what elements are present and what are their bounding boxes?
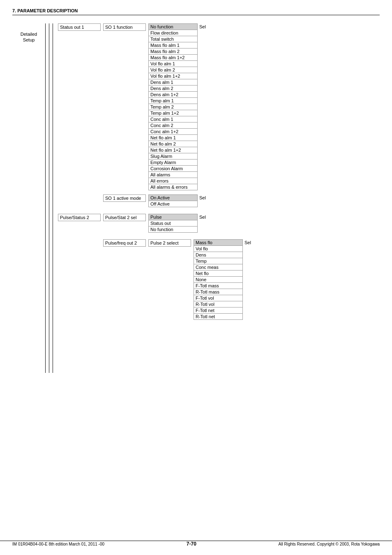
opt-net-flo-alm-2[interactable]: Net flo alm 2 xyxy=(148,141,198,147)
opt-conc-meas[interactable]: Conc meas xyxy=(194,264,243,271)
opt-status-out[interactable]: Status out xyxy=(148,220,198,227)
opt-empty-alarm[interactable]: Empty Alarm xyxy=(148,160,198,166)
content-area: Status out 1 SO 1 function No function F… xyxy=(56,23,380,373)
opt-r-totl-net[interactable]: R-Totl net xyxy=(194,314,243,320)
options-so1-function: No function Flow direction Total switch … xyxy=(148,23,198,190)
footer-right: All Rights Reserved. Copyright © 2003, R… xyxy=(279,542,380,546)
page: 7. PARAMETER DESCRIPTION Detailed Setup … xyxy=(0,0,392,555)
label-pulse-freq-out-2: Pulse/freq out 2 xyxy=(103,239,146,247)
opt-conc-alm-1[interactable]: Conc alm 1 xyxy=(148,116,198,123)
options-so1-active: On Active Off Active xyxy=(148,194,198,207)
sel-so1-active: Sel xyxy=(198,194,210,200)
opt-vol-flo-alm-1[interactable]: Vol flo alm 1 xyxy=(148,61,198,67)
opt-all-errors[interactable]: All errors xyxy=(148,178,198,184)
level3-pulse-2-select: Pulse 2 select xyxy=(148,239,194,247)
sel-so1-function: Sel xyxy=(198,23,210,29)
options-pulse-2-select: Mass flo Vol flo Dens Temp Conc meas Net… xyxy=(194,239,243,320)
label-pulse-status-2: Pulse/Status 2 xyxy=(58,214,101,221)
opt-temp[interactable]: Temp xyxy=(194,258,243,264)
sel-label-1: Sel xyxy=(199,24,206,29)
opt-f-totl-mass[interactable]: F-Totl mass xyxy=(194,283,243,289)
opt-no-function[interactable]: No function xyxy=(148,227,198,233)
sel-pulse-stat: Sel xyxy=(198,214,210,220)
label-pulse-2-select: Pulse 2 select xyxy=(148,239,191,247)
opt-slug-alarm[interactable]: Slug Alarm xyxy=(148,153,198,160)
level2-pulse-stat-2-sel: Pulse/Stat 2 sel xyxy=(103,214,148,221)
section-pulse-freq-out-2: Pulse/freq out 2 Pulse 2 select Mass flo… xyxy=(58,239,380,320)
opt-vol-flo[interactable]: Vol flo xyxy=(194,246,243,252)
opt-vol-flo-alm-12[interactable]: Vol flo alm 1+2 xyxy=(148,73,198,79)
opt-dens[interactable]: Dens xyxy=(194,252,243,258)
sel-label-4: Sel xyxy=(244,240,251,245)
label-setup: Setup xyxy=(23,37,35,42)
opt-temp-alm-2[interactable]: Temp alm 2 xyxy=(148,104,198,110)
opt-none[interactable]: None xyxy=(194,277,243,283)
opt-pulse[interactable]: Pulse xyxy=(148,214,198,220)
opt-r-totl-mass[interactable]: R-Totl mass xyxy=(194,289,243,295)
opt-dens-alm-2[interactable]: Dens alm 2 xyxy=(148,86,198,92)
label-detailed: Detailed xyxy=(21,32,37,37)
opt-temp-alm-12[interactable]: Temp alm 1+2 xyxy=(148,110,198,116)
level2-so1-function: SO 1 function xyxy=(103,23,148,31)
opt-flow-direction[interactable]: Flow direction xyxy=(148,30,198,36)
section-so1-active-mode: SO 1 active mode On Active Off Active Se… xyxy=(58,194,380,207)
opt-f-totl-vol[interactable]: F-Totl vol xyxy=(194,295,243,301)
footer-center: 7-70 xyxy=(187,541,196,547)
sel-label-3: Sel xyxy=(199,215,206,220)
opt-corrosion-alarm[interactable]: Corrosion Alarm xyxy=(148,166,198,172)
sel-pulse-2-select: Sel xyxy=(243,239,255,245)
opt-net-flo-alm-1[interactable]: Net flo alm 1 xyxy=(148,135,198,141)
left-sidebar: Detailed Setup xyxy=(12,23,45,373)
opt-mass-flo-alm-12[interactable]: Mass flo alm 1+2 xyxy=(148,55,198,61)
opt-mass-flo-alm-1[interactable]: Mass flo alm 1 xyxy=(148,42,198,49)
opt-conc-alm-12[interactable]: Conc alm 1+2 xyxy=(148,129,198,135)
label-pulse-stat-2-sel: Pulse/Stat 2 sel xyxy=(103,214,146,221)
label-so1-active-mode: SO 1 active mode xyxy=(103,194,146,202)
label-so1-function: SO 1 function xyxy=(103,23,146,31)
opt-on-active[interactable]: On Active xyxy=(148,194,198,201)
page-footer: IM 01R04B04-00-E 8th edition March 01, 2… xyxy=(0,541,392,547)
level2-so1-active: SO 1 active mode xyxy=(103,194,148,202)
footer-left: IM 01R04B04-00-E 8th edition March 01, 2… xyxy=(12,542,104,546)
level2-pulse-freq-out-2: Pulse/freq out 2 xyxy=(103,239,148,247)
page-header: 7. PARAMETER DESCRIPTION xyxy=(12,8,380,15)
opt-mass-flo[interactable]: Mass flo xyxy=(194,239,243,246)
opt-net-flo-alm-12[interactable]: Net flo alm 1+2 xyxy=(148,147,198,153)
opt-f-totl-net[interactable]: F-Totl net xyxy=(194,308,243,314)
opt-r-totl-vol[interactable]: R-Totl vol xyxy=(194,301,243,308)
opt-vol-flo-alm-2[interactable]: Vol flo alm 2 xyxy=(148,67,198,73)
sel-label-2: Sel xyxy=(199,195,206,200)
options-pulse-stat: Pulse Status out No function xyxy=(148,214,198,233)
opt-total-switch[interactable]: Total switch xyxy=(148,36,198,42)
opt-temp-alm-1[interactable]: Temp alm 1 xyxy=(148,98,198,104)
opt-mass-flo-alm-2[interactable]: Mass flo alm 2 xyxy=(148,49,198,55)
opt-dens-alm-12[interactable]: Dens alm 1+2 xyxy=(148,92,198,98)
level1-status-out-1: Status out 1 xyxy=(58,23,103,31)
opt-all-alarms[interactable]: All alarms xyxy=(148,172,198,178)
level1-pulse-status-2: Pulse/Status 2 xyxy=(58,214,103,221)
opt-off-active[interactable]: Off Active xyxy=(148,201,198,207)
opt-all-alarms-errors[interactable]: All alarms & errors xyxy=(148,184,198,190)
section-pulse-status-2: Pulse/Status 2 Pulse/Stat 2 sel Pulse St… xyxy=(58,214,380,233)
opt-dens-alm-1[interactable]: Dens alm 1 xyxy=(148,79,198,86)
header-title: 7. PARAMETER DESCRIPTION xyxy=(12,8,78,13)
opt-no-function[interactable]: No function xyxy=(148,23,198,30)
opt-conc-alm-2[interactable]: Conc alm 2 xyxy=(148,123,198,129)
section-status-out-1: Status out 1 SO 1 function No function F… xyxy=(58,23,380,190)
label-status-out-1: Status out 1 xyxy=(58,23,101,31)
opt-net-flo[interactable]: Net flo xyxy=(194,271,243,277)
